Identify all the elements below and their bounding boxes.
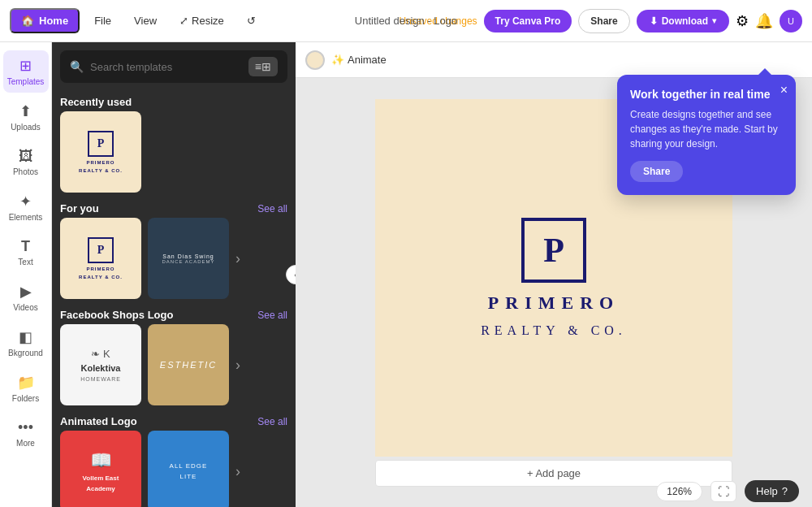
canvas-toolbar: ✨ Animate — [296, 42, 812, 78]
san-dias-preview: San Dias Swing DANCE ACADEMY — [148, 218, 229, 299]
document-title: Untitled design - Logo — [355, 15, 457, 27]
help-label: Help — [756, 485, 778, 497]
more-label: More — [16, 439, 35, 448]
template-card-primero-foryou[interactable]: P PRIMERO REALTY & CO. — [60, 218, 141, 299]
filter-button[interactable]: ≡⊞ — [248, 57, 278, 76]
sidebar-item-photos[interactable]: 🖼 Photos — [3, 141, 49, 183]
text-label: Text — [18, 258, 32, 266]
tooltip-arrow — [758, 68, 771, 75]
primero-box: P — [88, 131, 114, 157]
share-label: Share — [590, 15, 617, 27]
see-all-for-you-button[interactable]: See all — [257, 203, 287, 214]
section-for-you: For you See all P PRIMERO REALTY & CO. S… — [60, 199, 287, 299]
avatar[interactable]: U — [780, 10, 802, 32]
videos-label: Videos — [13, 303, 37, 312]
facebook-shops-more-button[interactable]: › — [235, 324, 240, 405]
vollem-text1: Vollem East — [83, 474, 119, 482]
section-header-recently-used: Recently used — [60, 93, 287, 111]
template-card-alledge[interactable]: ALL EDGE LITE — [148, 431, 229, 507]
tooltip-popup: × Work together in real time Create desi… — [617, 75, 796, 195]
undo-button[interactable]: ↺ — [239, 10, 264, 32]
kolektiva-text: Kolektiva — [81, 363, 121, 373]
help-question-icon: ? — [782, 485, 788, 497]
sidebar-item-folders[interactable]: 📁 Folders — [3, 367, 49, 410]
logo-line2: REALTY & CO. — [481, 323, 627, 338]
section-recently-used: Recently used P PRIMERO REALTY & CO. — [60, 93, 287, 193]
for-you-more-button[interactable]: › — [235, 218, 240, 299]
resize-button[interactable]: ⤢ Resize — [171, 10, 232, 32]
sidebar-item-elements[interactable]: ✦ Elements — [3, 186, 49, 228]
topbar-right: Unsaved changes Try Canva Pro Share ⬇ Do… — [400, 9, 802, 33]
primero-foryou-preview: P PRIMERO REALTY & CO. — [60, 218, 141, 299]
tooltip-description: Create designs together and see changes … — [630, 107, 783, 151]
alledge-text1: ALL EDGE — [170, 462, 208, 470]
settings-icon-button[interactable]: ⚙ — [736, 12, 749, 30]
vollem-text2: Academy — [86, 485, 115, 492]
for-you-grid: P PRIMERO REALTY & CO. San Dias Swing DA… — [60, 218, 287, 299]
color-swatch[interactable] — [305, 50, 325, 70]
home-button[interactable]: 🏠 Home — [10, 8, 80, 33]
templates-icon: ⊞ — [19, 57, 32, 75]
sidebar-item-text[interactable]: T Text — [3, 232, 49, 273]
download-button[interactable]: ⬇ Download ▾ — [637, 10, 729, 32]
kolektiva-icon: ❧ K — [91, 348, 110, 360]
logo-icon-box: P — [521, 218, 586, 283]
sidebar-item-uploads[interactable]: ⬆ Uploads — [3, 96, 49, 138]
sidebar-item-background[interactable]: ◧ Bkground — [3, 322, 49, 364]
alledge-text2: LITE — [180, 473, 197, 480]
kolektiva-preview: ❧ K Kolektiva HOMEWARE — [60, 324, 141, 405]
tooltip-close-button[interactable]: × — [780, 83, 788, 98]
notification-icon-button[interactable]: 🔔 — [755, 12, 773, 30]
more-icon: ••• — [18, 419, 33, 436]
primero-foryou-text1: PRIMERO — [86, 266, 114, 271]
sidebar-item-templates[interactable]: ⊞ Templates — [3, 50, 49, 93]
vollem-icon: 📖 — [90, 450, 112, 471]
background-icon: ◧ — [19, 328, 32, 346]
section-header-for-you: For you See all — [60, 199, 287, 218]
section-title-for-you: For you — [60, 202, 99, 214]
template-card-san-dias[interactable]: San Dias Swing DANCE ACADEMY — [148, 218, 229, 299]
see-all-animated-logo-button[interactable]: See all — [257, 416, 287, 427]
san-dias-text1: San Dias Swing — [162, 254, 214, 259]
search-bar: 🔍 ≡⊞ — [60, 50, 287, 83]
template-card-vollem[interactable]: 📖 Vollem East Academy — [60, 431, 141, 507]
try-canva-pro-button[interactable]: Try Canva Pro — [484, 10, 572, 32]
template-card-primero-recent[interactable]: P PRIMERO REALTY & CO. — [60, 111, 141, 193]
help-button[interactable]: Help ? — [745, 480, 799, 502]
sidebar-icons: ⊞ Templates ⬆ Uploads 🖼 Photos ✦ Element… — [0, 42, 52, 507]
animated-logo-more-button[interactable]: › — [235, 431, 240, 507]
see-all-facebook-shops-button[interactable]: See all — [257, 310, 287, 321]
file-menu-button[interactable]: File — [86, 10, 119, 32]
template-card-esthetic[interactable]: ESTHETIC — [148, 324, 229, 405]
templates-panel: 🔍 ≡⊞ Recently used P PRIMERO REALTY & CO… — [52, 42, 296, 507]
main-layout: ⊞ Templates ⬆ Uploads 🖼 Photos ✦ Element… — [0, 42, 812, 507]
search-icon: 🔍 — [70, 60, 84, 73]
uploads-label: Uploads — [11, 123, 41, 132]
fit-button[interactable]: ⛶ — [710, 481, 736, 502]
logo-container: P PRIMERO REALTY & CO. — [481, 218, 627, 338]
view-menu-button[interactable]: View — [126, 10, 165, 32]
search-input[interactable] — [90, 61, 242, 73]
background-label: Bkground — [8, 349, 43, 358]
section-animated-logo: Animated Logo See all 📖 Vollem East Acad… — [60, 412, 287, 507]
uploads-icon: ⬆ — [19, 102, 32, 120]
resize-icon: ⤢ — [179, 15, 188, 27]
tooltip-share-button[interactable]: Share — [630, 161, 683, 182]
esthetic-text: ESTHETIC — [160, 360, 217, 370]
sidebar-item-more[interactable]: ••• More — [3, 413, 49, 454]
home-label: Home — [39, 15, 68, 27]
resize-label: Resize — [192, 15, 224, 27]
kolektiva-sub: HOMEWARE — [80, 376, 121, 382]
primero-preview: P PRIMERO REALTY & CO. — [60, 111, 141, 193]
sidebar-item-videos[interactable]: ▶ Videos — [3, 276, 49, 318]
videos-icon: ▶ — [20, 283, 32, 301]
template-card-kolektiva[interactable]: ❧ K Kolektiva HOMEWARE — [60, 324, 141, 405]
section-title-animated-logo: Animated Logo — [60, 415, 137, 427]
zoom-display[interactable]: 126% — [656, 482, 702, 501]
home-icon: 🏠 — [21, 15, 34, 27]
text-icon: T — [21, 238, 30, 255]
animate-button[interactable]: ✨ Animate — [331, 54, 387, 66]
section-header-animated-logo: Animated Logo See all — [60, 412, 287, 431]
share-button[interactable]: Share — [578, 9, 629, 33]
san-dias-text2: DANCE ACADEMY — [162, 259, 214, 264]
